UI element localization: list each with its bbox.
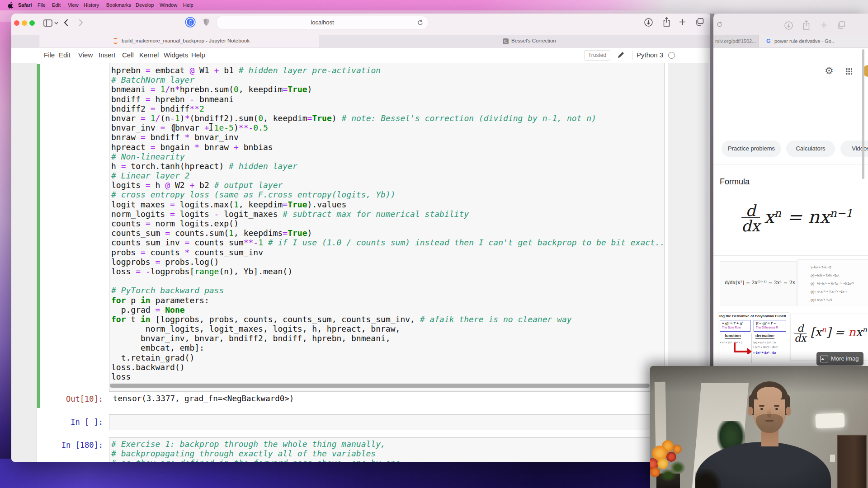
new-tab-icon[interactable] [679,19,686,25]
menubar-item-develop[interactable]: Develop [136,2,154,8]
light-switch [830,455,835,462]
menubar-item-safari[interactable]: Safari [18,2,32,8]
menubar-item-edit[interactable]: Edit [52,2,61,8]
jupyter-menu-help[interactable]: Help [191,51,205,59]
jupyter-menu-view[interactable]: View [78,51,93,59]
safari-window-jupyter: localhost build_makemore_manual_backprop… [11,14,711,462]
menubar-item-help[interactable]: Help [183,2,193,8]
address-bar[interactable]: localhost [217,16,428,29]
settings-gear-icon[interactable]: ⚙ [825,65,834,77]
tab-google-search[interactable]: G power rule derivative - Go.. [759,35,868,47]
jupyter-favicon [113,38,118,44]
minimize-button[interactable] [22,20,27,26]
tab-title: build_makemore_manual_backprop - Jupyter… [122,38,250,43]
notebook-body: hprebn = embcat @ W1 + b1 # hidden layer… [11,63,711,462]
image-icon [820,356,828,362]
empty-cell-input[interactable] [109,414,665,430]
ceiling-light [815,413,844,428]
tab-overview-icon[interactable] [837,21,845,29]
person-ear-right [786,407,791,416]
trusted-badge[interactable]: Trusted [584,50,610,61]
menubar-item-file[interactable]: File [38,2,46,8]
kernel-name[interactable]: Python 3 [637,51,663,59]
forward-icon[interactable] [79,19,83,26]
jupyter-menu-kernel[interactable]: Kernel [139,51,159,59]
close-button[interactable] [14,20,19,26]
menubar-item-window[interactable]: Window [160,2,177,8]
jupyter-notebook: FileEditViewInsertCellKernelWidgetsHelp … [11,48,711,462]
person-forehead [757,387,782,402]
door [837,435,867,488]
page-left-margin [11,63,37,462]
webcam-overlay [650,366,868,488]
menubar-item-bookmarks[interactable]: Bookmarks [106,2,131,8]
reload-icon[interactable] [717,21,722,28]
scrollbar-thumb[interactable] [862,49,864,179]
more-images-button[interactable]: More imag [816,352,863,366]
reload-icon[interactable] [417,19,423,26]
person-mouth [765,420,774,422]
shield-icon[interactable] [203,18,210,26]
jupyter-menu-widgets[interactable]: Widgets [164,51,188,59]
tab-title: Bessel's Correction [511,38,556,43]
chip-calculators[interactable]: Calculators [786,141,835,157]
extension-1password-icon[interactable] [187,19,194,26]
tab-arxiv[interactable]: rxiv.org/pdf/1502... [713,35,759,47]
image-thumb-derivative-example[interactable]: d/dx[x²] = 2x⁽²⁻¹⁾ = 2x¹ = 2x [720,261,797,305]
apple-menu-icon[interactable] [8,2,14,9]
google-favicon: G [766,38,770,44]
power-rule-formula: ddxxn = nxn−1 [741,204,868,234]
zoom-button[interactable] [29,20,35,26]
section-title: Formula [720,177,750,187]
chevron-down-icon[interactable] [54,22,58,24]
divider [713,164,868,164]
hscrollbar-thumb[interactable] [110,384,650,388]
jupyter-menu-insert[interactable]: Insert [99,51,116,59]
exercise-code[interactable]: # Exercise 1: backprop through the whole… [111,439,400,462]
kernel-status-icon [668,52,675,59]
red-arrow [732,343,752,354]
back-icon[interactable] [64,19,68,26]
mouse-ibeam-cursor [209,123,213,131]
chip-practice-problems[interactable]: Practice problems [722,141,781,157]
bessel-favicon: E [503,38,509,44]
window1-titlebar[interactable]: localhost [11,14,711,35]
tab-jupyter[interactable]: build_makemore_manual_backprop - Jupyter… [39,35,320,47]
in180-prompt: In [180]: [45,441,103,450]
tab-bessel[interactable]: E Bessel's Correction [319,35,711,47]
menubar-item-view[interactable]: View [68,2,79,8]
sidebar-icon[interactable] [43,19,52,27]
selected-cell-editmode-bar [37,64,40,408]
downloads-icon[interactable] [644,18,653,27]
jupyter-menu-edit[interactable]: Edit [59,51,71,59]
share-icon[interactable] [663,17,670,27]
jupyter-menu-file[interactable]: File [44,51,55,59]
image-thumb-worked-problems[interactable]: )−4x³ + 7√x −5(x)−4x⅔ + 7x⅓ −5x⁴(x)= ⅗·4… [797,259,868,307]
flower-bouquet [650,438,701,482]
downloads-icon[interactable] [784,21,793,30]
jupyter-menu-cell[interactable]: Cell [122,51,134,59]
google-apps-grid-icon[interactable] [845,68,852,75]
macos-menubar: SafariFileEditViewHistoryBookmarksDevelo… [0,0,868,10]
code-editor[interactable]: hprebn = embcat @ W1 + b1 # hidden layer… [111,66,665,381]
tab-bar: rxiv.org/pdf/1502... G power rule deriva… [713,35,868,48]
divider [632,51,632,60]
in-empty-prompt: In [ ]: [45,418,103,427]
tab-title: power rule derivative - Go.. [774,38,834,44]
image-thumb-polynomial-rules[interactable]: ing the Derivative of Polynomial Functi … [718,312,789,365]
out-value: tensor(3.3377, grad_fn=<NegBackward0>) [113,394,294,403]
new-tab-icon[interactable] [821,22,827,28]
tab-bar: build_makemore_manual_backprop - Jupyter… [11,35,711,48]
person-beard [756,414,783,433]
share-icon[interactable] [802,20,810,30]
person-eyebrow-left [759,405,764,407]
menubar-item-history[interactable]: History [84,2,99,8]
person-eyebrow-right [774,405,779,407]
window2-titlebar[interactable] [713,14,868,35]
out-prompt: Out[10]: [45,394,103,404]
person-eye-left [760,408,763,410]
tab-overview-icon[interactable] [696,18,704,26]
person-ear-left [748,407,753,416]
tab-title: rxiv.org/pdf/1502... [715,38,756,44]
person-eye-right [775,408,778,410]
